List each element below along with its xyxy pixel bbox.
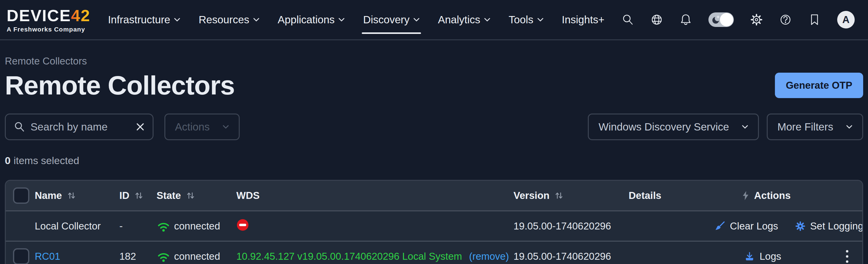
generate-otp-button[interactable]: Generate OTP: [775, 73, 863, 98]
actions-dropdown[interactable]: Actions: [164, 113, 240, 140]
collector-version: 19.05.00-1740620296: [514, 251, 629, 262]
collector-id: -: [119, 220, 157, 232]
collectors-table: Name ID State WDS Version Details: [5, 180, 863, 264]
broom-icon: [715, 221, 725, 231]
sort-icon[interactable]: [554, 190, 564, 201]
lightning-icon: [741, 191, 750, 201]
help-icon[interactable]: [779, 13, 792, 26]
chevron-down-icon: [537, 18, 544, 22]
collector-wds: 10.92.45.127 v19.05.00.1740620296 Local …: [236, 251, 514, 262]
nav-item-analytics[interactable]: Analytics: [438, 14, 491, 26]
nav-item-insights[interactable]: Insights+: [562, 14, 604, 26]
brand-tagline: A Freshworks Company: [7, 26, 90, 32]
row-actions: Logs: [715, 242, 862, 264]
column-header-name[interactable]: Name: [35, 190, 119, 201]
no-entry-icon: [236, 218, 249, 231]
selected-count: 0items selected: [5, 155, 863, 166]
nav-item-resources[interactable]: Resources: [198, 14, 259, 26]
toolbar: Actions Windows Discovery Service More F…: [5, 113, 863, 140]
collector-version: 19.05.00-1740620296: [514, 220, 629, 232]
collector-wds: [236, 218, 514, 234]
chevron-down-icon: [742, 125, 748, 129]
clear-search-icon[interactable]: [136, 122, 145, 131]
table-header-row: Name ID State WDS Version Details: [6, 181, 862, 210]
globe-icon[interactable]: [650, 13, 663, 26]
chevron-down-icon: [846, 125, 852, 129]
bell-icon[interactable]: [679, 13, 692, 26]
chevron-down-icon: [413, 18, 420, 22]
search-icon[interactable]: [621, 13, 634, 26]
column-header-id[interactable]: ID: [119, 190, 157, 201]
avatar[interactable]: A: [837, 11, 855, 28]
bookmark-icon[interactable]: [808, 13, 821, 26]
wifi-icon: [157, 220, 170, 233]
collector-name-link[interactable]: RC01: [35, 251, 119, 262]
chevron-down-icon: [338, 18, 345, 22]
theme-toggle[interactable]: [708, 12, 734, 27]
select-all-checkbox[interactable]: [13, 187, 29, 204]
sort-icon[interactable]: [133, 190, 144, 201]
breadcrumb[interactable]: Remote Collectors: [5, 55, 863, 67]
top-nav-bar: DEVICE42 A Freshworks Company Infrastruc…: [0, 0, 868, 40]
row-checkbox[interactable]: [13, 248, 29, 264]
title-row: Remote Collectors Generate OTP: [5, 70, 863, 101]
chevron-down-icon: [174, 18, 180, 22]
wds-remove-link[interactable]: (remove): [469, 251, 509, 262]
sort-icon[interactable]: [185, 190, 195, 201]
chevron-down-icon: [484, 18, 491, 22]
gear-icon[interactable]: [750, 13, 763, 26]
collector-id: 182: [119, 251, 157, 262]
nav-item-infrastructure[interactable]: Infrastructure: [108, 14, 180, 26]
table-row: RC01 182 connected 10.92.45.127 v19.05.0…: [6, 241, 862, 264]
page-content: Remote Collectors Remote Collectors Gene…: [0, 55, 868, 264]
column-header-actions: Actions: [715, 190, 862, 201]
wds-filter-dropdown[interactable]: Windows Discovery Service: [588, 113, 759, 140]
table-row: Local Collector - connected 19.05.00-174…: [6, 210, 862, 241]
collector-name: Local Collector: [35, 220, 119, 232]
gear-icon: [795, 221, 805, 231]
chevron-down-icon: [253, 18, 259, 22]
logs-button[interactable]: Logs: [744, 251, 781, 262]
wifi-icon: [157, 250, 170, 263]
page-title: Remote Collectors: [5, 70, 235, 101]
chevron-down-icon: [222, 125, 229, 129]
main-menu: Infrastructure Resources Applications Di…: [108, 14, 604, 26]
row-actions: Clear Logs Set Logging Level: [715, 211, 863, 241]
download-icon: [744, 251, 755, 262]
set-logging-level-button[interactable]: Set Logging Level: [795, 220, 863, 232]
brand-wordmark: DEVICE42: [7, 7, 90, 24]
column-header-state[interactable]: State: [157, 190, 236, 201]
column-header-version[interactable]: Version: [514, 190, 629, 201]
clear-logs-button[interactable]: Clear Logs: [715, 220, 778, 232]
collector-state: connected: [157, 220, 236, 233]
search-box[interactable]: [5, 113, 154, 140]
toggle-knob: [720, 13, 733, 26]
nav-item-discovery[interactable]: Discovery: [363, 14, 420, 26]
brand-logo[interactable]: DEVICE42 A Freshworks Company: [7, 7, 90, 32]
wds-service-text: 10.92.45.127 v19.05.00.1740620296 Local …: [236, 251, 462, 262]
search-icon: [13, 121, 25, 133]
nav-utility-cluster: A: [621, 11, 855, 28]
collector-state: connected: [157, 250, 236, 263]
nav-item-tools[interactable]: Tools: [509, 14, 544, 26]
search-input[interactable]: [31, 121, 130, 133]
nav-item-applications[interactable]: Applications: [278, 14, 345, 26]
kebab-menu[interactable]: [844, 248, 850, 264]
more-filters-dropdown[interactable]: More Filters: [767, 113, 863, 140]
column-header-details: Details: [629, 190, 715, 201]
sort-icon[interactable]: [66, 190, 76, 201]
column-header-wds: WDS: [236, 190, 514, 201]
